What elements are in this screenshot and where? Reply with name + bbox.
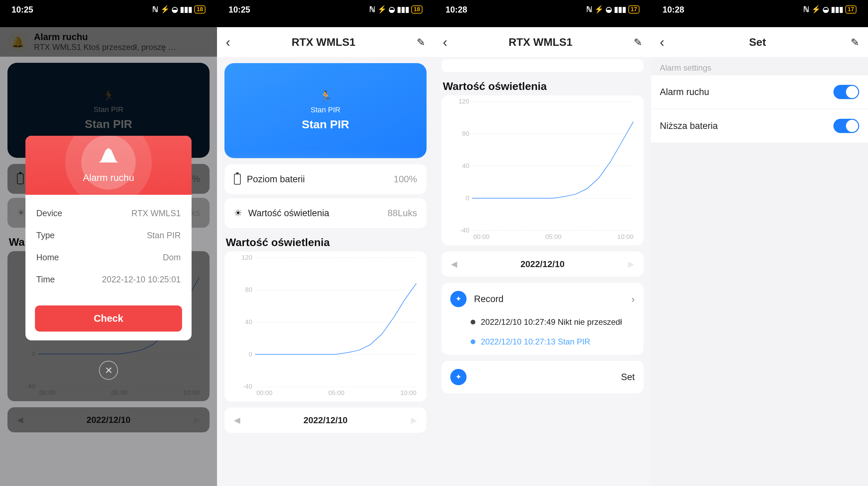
clock: 10:28 — [663, 5, 684, 15]
wifi-icon: ◒ — [172, 5, 178, 14]
chart-title: Wartość oświetlenia — [443, 80, 642, 93]
status-icons: ℕ⚡◒▮▮▮17 — [586, 5, 639, 14]
y-tick: 0 — [249, 351, 252, 358]
next-day-icon[interactable]: ▶ — [411, 415, 417, 425]
popup-field-key: Type — [36, 230, 55, 240]
battery-icon: 18 — [194, 5, 205, 14]
prev-day-icon[interactable]: ◀ — [234, 415, 240, 425]
x-tick: 10:00 — [617, 233, 633, 241]
back-icon[interactable]: ‹ — [660, 35, 664, 50]
signal-icon: ▮▮▮ — [180, 5, 192, 14]
clock: 10:25 — [12, 5, 33, 15]
popup-field-key: Device — [36, 208, 62, 218]
app-header: ‹ Set ✎ — [651, 27, 868, 57]
edit-icon[interactable]: ✎ — [851, 36, 859, 48]
date-value: 2022/12/10 — [520, 259, 565, 269]
status-dot-icon — [471, 320, 475, 324]
y-tick: 120 — [458, 98, 469, 105]
popup-field-value: Stan PIR — [147, 230, 181, 240]
x-tick: 05:00 — [545, 233, 561, 241]
screen-2-device-home: 10:25 ℕ⚡◒▮▮▮18 ‹ RTX WMLS1 ✎ 🏃 Stan PIR … — [217, 0, 434, 486]
y-tick: 120 — [241, 254, 252, 261]
bluetooth-icon: ⚡ — [160, 5, 170, 14]
lux-row: ☀Wartość oświetlenia 88Luks — [224, 198, 427, 228]
popup-field-value: RTX WMLS1 — [132, 208, 181, 218]
y-tick: 80 — [245, 286, 252, 294]
page-title: RTX WMLS1 — [509, 36, 572, 49]
next-day-icon[interactable]: ▶ — [628, 259, 634, 269]
popup-header: Alarm ruchu — [25, 136, 192, 195]
popup-field-value: 2022-12-10 10:25:01 — [102, 275, 181, 284]
battery-row: Poziom baterii 100% — [224, 164, 427, 194]
y-tick: 80 — [462, 130, 469, 137]
record-entry: 2022/12/10 10:27:49 Nikt nie przeszedł — [481, 317, 622, 327]
popup-field-key: Time — [36, 275, 55, 284]
row-label: Niższa bateria — [660, 121, 718, 131]
y-tick: -40 — [460, 227, 469, 234]
lux-chart: 12080400-40 00:0005:0010:00 — [441, 95, 644, 245]
status-icons: ℕ⚡◒▮▮▮18 — [369, 5, 422, 14]
edit-icon[interactable]: ✎ — [634, 36, 642, 48]
status-bar: 10:25 ℕ ⚡ ◒ ▮▮▮ 18 — [0, 0, 217, 19]
gear-icon: ✦ — [450, 369, 467, 385]
back-icon[interactable]: ‹ — [226, 35, 230, 50]
date-value: 2022/12/10 — [303, 415, 348, 426]
popup-field-value: Dom — [163, 253, 181, 262]
alarm-popup: Alarm ruchu DeviceRTX WMLS1TypeStan PIRH… — [25, 136, 192, 340]
clock: 10:28 — [446, 5, 467, 15]
screen-1-alarm-popup: 10:25 ℕ ⚡ ◒ ▮▮▮ 18 🔔 Alarm ruchu RTX WML… — [0, 0, 217, 486]
x-tick: 10:00 — [400, 389, 416, 397]
screen-3-records: 10:28 ℕ⚡◒▮▮▮17 ‹ RTX WMLS1 ✎ Wartość ośw… — [434, 0, 651, 486]
page-title: RTX WMLS1 — [292, 36, 355, 49]
status-bar: 10:28 ℕ⚡◒▮▮▮17 — [434, 0, 651, 19]
status-bar: 10:28 ℕ⚡◒▮▮▮17 — [651, 0, 868, 19]
app-header: ‹ RTX WMLS1 ✎ — [217, 27, 434, 57]
nfc-icon: ℕ — [152, 5, 158, 14]
page-title: Set — [749, 36, 766, 49]
set-label: Set — [621, 372, 635, 382]
status-dot-icon — [471, 339, 475, 344]
pir-status-card: 🏃 Stan PIR Stan PIR — [224, 63, 427, 158]
y-tick: 0 — [466, 194, 469, 202]
app-header: ‹ RTX WMLS1 ✎ — [434, 27, 651, 57]
chart-title: Wartość oświetlenia — [226, 236, 425, 249]
edit-icon[interactable]: ✎ — [417, 36, 425, 48]
record-entry: 2022/12/10 10:27:13 Stan PIR — [481, 337, 590, 347]
battery-icon — [234, 174, 241, 185]
popup-field-key: Home — [36, 253, 59, 262]
row-label: Alarm ruchu — [660, 87, 709, 97]
prev-day-icon[interactable]: ◀ — [451, 259, 457, 269]
card-subtitle: Stan PIR — [311, 106, 340, 114]
status-icons: ℕ⚡◒▮▮▮17 — [803, 5, 856, 14]
check-button[interactable]: Check — [35, 305, 182, 332]
y-tick: 40 — [245, 318, 252, 326]
gear-icon: ✦ — [450, 291, 467, 307]
date-selector[interactable]: ◀ 2022/12/10 ▶ — [224, 408, 427, 433]
motion-icon: 🏃 — [319, 90, 332, 102]
back-icon[interactable]: ‹ — [443, 35, 447, 50]
x-tick: 00:00 — [473, 233, 490, 241]
record-label: Record — [474, 294, 504, 304]
popup-title: Alarm ruchu — [25, 172, 192, 183]
x-tick: 05:00 — [328, 389, 344, 397]
low-battery-toggle[interactable] — [833, 119, 859, 133]
record-card: ✦Record › 2022/12/10 10:27:49 Nikt nie p… — [441, 283, 644, 355]
x-tick: 00:00 — [256, 389, 273, 397]
date-selector[interactable]: ◀ 2022/12/10 ▶ — [441, 251, 644, 277]
y-tick: 40 — [462, 162, 469, 170]
status-bar: 10:25 ℕ⚡◒▮▮▮18 — [217, 0, 434, 19]
y-tick: -40 — [243, 383, 252, 390]
group-label: Alarm settings — [660, 63, 868, 73]
set-row[interactable]: ✦ Set — [441, 361, 644, 393]
clock: 10:25 — [229, 5, 250, 15]
low-battery-row: Niższa bateria — [651, 109, 868, 143]
chevron-right-icon[interactable]: › — [631, 293, 635, 305]
motion-alarm-toggle[interactable] — [833, 85, 859, 99]
motion-alarm-row: Alarm ruchu — [651, 75, 868, 109]
screen-4-settings: 10:28 ℕ⚡◒▮▮▮17 ‹ Set ✎ Alarm settings Al… — [651, 0, 868, 486]
brightness-icon: ☀ — [234, 208, 242, 219]
status-icons: ℕ ⚡ ◒ ▮▮▮ 18 — [152, 5, 205, 14]
modal-overlay: Alarm ruchu DeviceRTX WMLS1TypeStan PIRH… — [0, 27, 217, 486]
lux-chart: 12080400-40 00:0005:0010:00 — [224, 251, 427, 401]
close-icon[interactable]: ✕ — [99, 361, 118, 380]
